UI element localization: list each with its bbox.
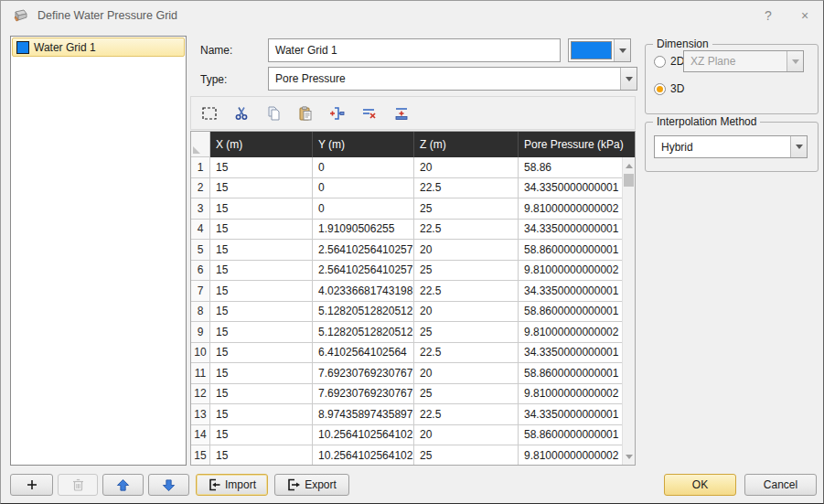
type-select[interactable]: Pore Pressure [268, 67, 637, 91]
name-input[interactable]: Water Grid 1 [268, 38, 561, 62]
color-picker-dropdown-icon[interactable] [614, 39, 630, 61]
column-header-z[interactable]: Z (m) [414, 132, 519, 157]
list-item-water-grid[interactable]: Water Grid 1 [12, 38, 185, 57]
cell-x[interactable]: 15 [210, 220, 313, 240]
move-up-button[interactable] [102, 474, 144, 496]
cell-y[interactable]: 6.4102564102564 [313, 343, 414, 363]
cell-x[interactable]: 15 [210, 384, 313, 404]
radio-3d-circle[interactable] [654, 83, 666, 95]
cell-x[interactable]: 15 [210, 240, 313, 260]
cell-z[interactable]: 20 [414, 157, 519, 177]
type-dropdown-icon[interactable] [620, 68, 637, 90]
add-grid-button[interactable] [10, 474, 53, 496]
move-down-button[interactable] [148, 474, 189, 496]
cell-y[interactable]: 5.12820512820512 [313, 322, 414, 342]
cell-y[interactable]: 10.2564102564102 [313, 445, 414, 465]
select-all-corner[interactable] [191, 132, 210, 157]
append-row-icon[interactable] [389, 101, 413, 125]
cell-pore-pressure[interactable]: 34.3350000000001 [519, 343, 622, 363]
cell-pore-pressure[interactable]: 9.81000000000002 [519, 384, 622, 404]
cell-pore-pressure[interactable]: 58.86 [519, 157, 622, 177]
radio-2d[interactable]: 2D [654, 55, 684, 68]
cell-y[interactable]: 0 [313, 157, 414, 177]
delete-row-icon[interactable] [357, 101, 381, 125]
cell-pore-pressure[interactable]: 34.3350000000001 [519, 281, 622, 301]
column-header-y[interactable]: Y (m) [313, 132, 414, 157]
cell-z[interactable]: 20 [414, 363, 519, 383]
cell-z[interactable]: 22.5 [414, 178, 519, 198]
cell-z[interactable]: 25 [414, 198, 519, 219]
cell-y[interactable]: 8.97435897435897 [313, 404, 414, 424]
cell-pore-pressure[interactable]: 9.81000000000002 [519, 445, 622, 465]
scroll-down-icon[interactable] [623, 449, 635, 464]
close-button[interactable]: × [787, 3, 823, 28]
copy-icon[interactable] [261, 101, 285, 125]
cell-x[interactable]: 15 [210, 404, 313, 424]
cell-x[interactable]: 15 [210, 281, 313, 301]
cell-x[interactable]: 15 [210, 198, 313, 219]
import-button[interactable]: Import [196, 474, 268, 496]
cell-x[interactable]: 15 [210, 261, 313, 281]
cell-z[interactable]: 20 [414, 302, 519, 322]
scroll-up-icon[interactable] [623, 158, 635, 173]
cell-pore-pressure[interactable]: 58.8600000000001 [519, 302, 622, 322]
cell-z[interactable]: 20 [414, 240, 519, 260]
radio-2d-circle[interactable] [654, 56, 666, 68]
cell-y[interactable]: 1.91090506255 [313, 220, 414, 240]
cell-z[interactable]: 22.5 [414, 281, 519, 301]
cell-z[interactable]: 20 [414, 425, 519, 445]
cell-x[interactable]: 15 [210, 445, 313, 465]
cut-icon[interactable] [229, 101, 253, 125]
cell-pore-pressure[interactable]: 58.8600000000001 [519, 425, 622, 445]
cell-z[interactable]: 22.5 [414, 343, 519, 363]
paste-icon[interactable] [293, 101, 317, 125]
cell-pore-pressure[interactable]: 34.3350000000001 [519, 178, 622, 198]
vertical-scrollbar[interactable] [622, 157, 635, 465]
cell-y[interactable]: 7.69230769230767 [313, 384, 414, 404]
cell-y[interactable]: 5.12820512820512 [313, 302, 414, 322]
cell-pore-pressure[interactable]: 34.3350000000001 [519, 404, 622, 424]
cell-pore-pressure[interactable]: 9.81000000000002 [519, 322, 622, 342]
column-header-pore-pressure[interactable]: Pore Pressure (kPa) [519, 132, 635, 157]
radio-3d[interactable]: 3D [654, 82, 684, 95]
cell-pore-pressure[interactable]: 9.81000000000002 [519, 261, 622, 281]
cell-y[interactable]: 2.56410256410257 [313, 240, 414, 260]
interpolation-dropdown-icon[interactable] [790, 136, 807, 157]
cell-x[interactable]: 15 [210, 157, 313, 177]
cell-z[interactable]: 25 [414, 384, 519, 404]
ok-button[interactable]: OK [664, 474, 736, 496]
cell-z[interactable]: 25 [414, 445, 519, 465]
insert-row-icon[interactable] [325, 101, 349, 125]
cell-y[interactable]: 0 [313, 198, 414, 219]
help-button[interactable]: ? [750, 3, 787, 28]
cell-z[interactable]: 25 [414, 322, 519, 342]
cell-y[interactable]: 7.69230769230767 [313, 363, 414, 383]
cell-y[interactable]: 2.56410256410257 [313, 261, 414, 281]
cell-x[interactable]: 15 [210, 322, 313, 342]
cell-x[interactable]: 15 [210, 343, 313, 363]
cell-pore-pressure[interactable]: 34.3350000000001 [519, 220, 622, 240]
cell-y[interactable]: 10.2564102564102 [313, 425, 414, 445]
cell-z[interactable]: 22.5 [414, 220, 519, 240]
cell-pore-pressure[interactable]: 58.8600000000001 [519, 363, 622, 383]
cell-x[interactable]: 15 [210, 302, 313, 322]
cell-y[interactable]: 4.02336681743198 [313, 281, 414, 301]
column-header-x[interactable]: X (m) [210, 132, 313, 157]
export-button[interactable]: Export [274, 474, 349, 496]
cell-z[interactable]: 22.5 [414, 404, 519, 424]
cell-pore-pressure[interactable]: 9.81000000000002 [519, 198, 622, 219]
cell-x[interactable]: 15 [210, 363, 313, 383]
interpolation-value: Hybrid [655, 141, 790, 154]
grid-color-picker[interactable] [568, 38, 631, 62]
scrollbar-thumb[interactable] [624, 174, 634, 187]
cell-z[interactable]: 25 [414, 261, 519, 281]
cell-x[interactable]: 15 [210, 178, 313, 198]
cell-y[interactable]: 0 [313, 178, 414, 198]
water-grid-list[interactable]: Water Grid 1 [10, 36, 187, 466]
cell-pore-pressure[interactable]: 58.8600000000001 [519, 240, 622, 260]
select-region-icon[interactable] [197, 101, 221, 125]
interpolation-select[interactable]: Hybrid [654, 135, 808, 158]
table-row: 11502058.86 [191, 157, 622, 178]
cell-x[interactable]: 15 [210, 425, 313, 445]
cancel-button[interactable]: Cancel [744, 474, 817, 496]
